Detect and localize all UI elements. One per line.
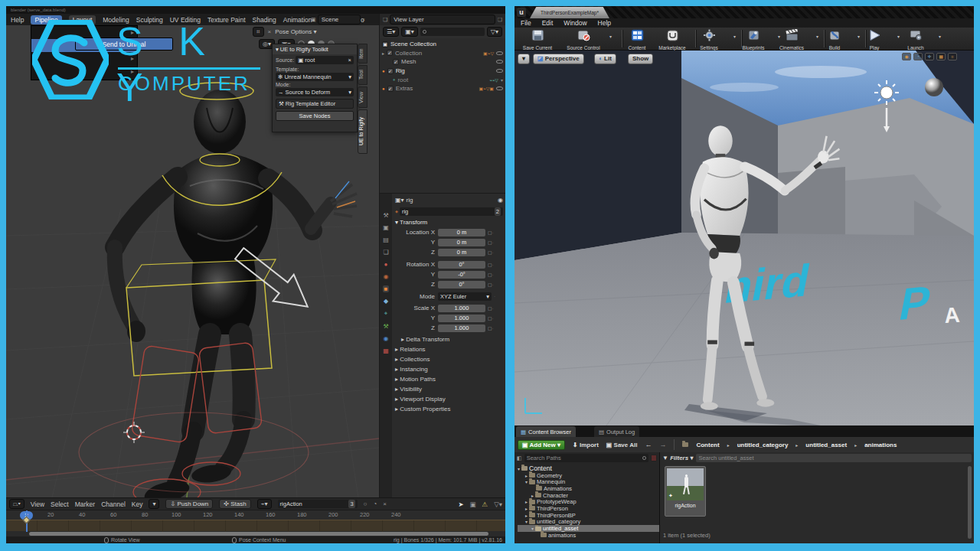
rotation-x-field[interactable]: 0° (438, 261, 485, 269)
rotation-mode-dropdown[interactable]: XYZ Euler▾ (438, 292, 492, 301)
section-collections[interactable]: ▸ Collections (395, 356, 505, 366)
cursor-tool-icon[interactable]: ➤ (458, 500, 463, 508)
location-z-field[interactable]: 0 m (438, 249, 485, 256)
section-visibility[interactable]: ▸ Visibility (395, 386, 505, 396)
tool-tab-icon[interactable]: ⚒ (383, 212, 388, 219)
checkbox-icon[interactable]: ✓ (393, 59, 399, 65)
proportional-edit-icon[interactable]: ▣ (470, 500, 476, 508)
source-control-button[interactable]: Source Control (562, 29, 605, 51)
checkbox-icon[interactable]: ✓ (387, 50, 393, 56)
clear-source-icon[interactable]: × (348, 56, 351, 64)
asset-card-rigaction[interactable]: ✦ rigAction (665, 466, 706, 517)
tree-untitled-category[interactable]: ▾untitled_category (518, 519, 659, 526)
shield-icon[interactable]: ○ (364, 500, 368, 507)
physics-tab-icon[interactable]: ◉ (384, 335, 389, 342)
settings-button[interactable]: Settings (688, 29, 730, 51)
asset-search-input[interactable]: Search untitled_asset (696, 454, 972, 462)
save-all-button[interactable]: ▣ Save All (606, 442, 638, 448)
checkbox-icon[interactable]: ✓ (387, 86, 394, 92)
mode-dropdown-icon[interactable]: ▾ (149, 499, 159, 509)
launch-button[interactable]: Launch (894, 29, 937, 51)
pin-icon[interactable]: ◉ (498, 197, 503, 204)
crumb-animations[interactable]: animations (864, 442, 897, 448)
play-button[interactable]: Play (853, 29, 896, 51)
tree-character[interactable]: ▸Character (518, 492, 659, 499)
scene-close-icon[interactable]: × (362, 17, 365, 22)
action-browse-icon[interactable]: ⌁▾ (257, 499, 272, 509)
tree-animations[interactable]: Animations (518, 485, 659, 492)
section-relations[interactable]: ▸ Relations (395, 346, 505, 356)
template-dropdown[interactable]: ✻ Unreal Mannequin▾ (276, 73, 354, 81)
tree-geometry[interactable]: ▸Geometry (518, 472, 659, 479)
section-motion-paths[interactable]: ▸ Motion Paths (395, 376, 505, 386)
filter-funnel-icon[interactable]: ▽▾ (494, 500, 502, 508)
section-delta-transform[interactable]: ▸ Delta Transform (401, 336, 505, 346)
transform-section-header[interactable]: ▾ Transform (392, 217, 505, 227)
location-y-field[interactable]: 0 m (438, 239, 485, 246)
modifier-tab-icon[interactable]: ◆ (384, 298, 388, 305)
lit-button[interactable]: ◐ Lit (594, 54, 616, 64)
workspace-tab-animation[interactable]: Animation (283, 16, 312, 24)
camera-speed-icon[interactable]: ◔ (913, 53, 923, 60)
menu-edit[interactable]: Edit (542, 19, 554, 27)
screenshot-icon[interactable]: ⌗ (948, 53, 957, 60)
search-paths-input[interactable]: Search Paths (524, 454, 648, 462)
save-current-button[interactable]: Save Current (516, 29, 559, 51)
timeline-scrollbar[interactable] (29, 532, 488, 536)
rig-row[interactable]: ●✓Rig (382, 67, 503, 76)
editor-type-icon[interactable]: ⏢▾ (9, 499, 24, 509)
build-button[interactable]: Build (813, 29, 856, 51)
mode-dropdown[interactable]: → Source to Deform▾ (276, 88, 354, 96)
level-tab[interactable]: ThirdPersonExampleMap* (530, 7, 609, 18)
object-name-field[interactable]: rig2 (400, 207, 503, 216)
display-mode-dropdown[interactable]: ☰▾ (383, 27, 399, 37)
perspective-button[interactable]: ◪ Perspective (533, 54, 584, 64)
view-mode-icon[interactable]: ✛ (925, 53, 934, 60)
back-button[interactable]: ← (645, 441, 652, 448)
constraint-tab-icon[interactable]: ⚒ (383, 323, 388, 330)
scale-x-field[interactable]: 1.000 (438, 305, 485, 312)
collection-row[interactable]: ▸✓Collection▣⌁▽ (382, 49, 503, 58)
blueprints-button[interactable]: Blueprints (732, 29, 775, 51)
filter-dropdown[interactable]: ▽▾ (487, 27, 502, 37)
forward-button[interactable]: → (659, 441, 666, 448)
location-x-field[interactable]: 0 m (438, 229, 485, 236)
crumb-content[interactable]: Content (696, 442, 719, 448)
source-field[interactable]: ▣ root× (296, 56, 354, 64)
output-tab-icon[interactable]: ▤ (383, 236, 389, 243)
section-viewport-display[interactable]: ▸ Viewport Display (395, 396, 505, 406)
cinematics-button[interactable]: Cinematics (770, 29, 813, 51)
lock-icon[interactable]: ▢ (485, 230, 492, 235)
scale-z-field[interactable]: 1.000 (438, 324, 485, 332)
eye-icon[interactable] (496, 51, 503, 55)
lock-icon[interactable]: ▢ (485, 325, 492, 331)
filters-dropdown[interactable]: ▼ Filters ▾ (662, 455, 693, 461)
tab-view[interactable]: View (358, 86, 368, 108)
show-button[interactable]: Show (628, 54, 653, 64)
ue-viewport[interactable]: hird P A (514, 51, 974, 425)
action-name-field[interactable]: rigAction3 (278, 500, 358, 508)
eye-icon[interactable] (496, 86, 503, 90)
checkbox-icon[interactable]: ✓ (387, 68, 394, 74)
dope-menu-select[interactable]: Select (51, 500, 69, 508)
data-tab-icon[interactable]: ⌖ (384, 310, 388, 318)
asset-scrollbar[interactable] (968, 466, 972, 539)
timeline-ruler[interactable]: 2 20 40 60 80 100 120 140 160 180 200 22… (6, 510, 505, 520)
add-new-button[interactable]: ▣ Add New ▾ (518, 440, 565, 450)
output-log-tab[interactable]: ▤Output Log (594, 426, 639, 437)
tree-animations-sub[interactable]: animations (518, 532, 659, 539)
world-tab-icon[interactable]: ◉ (384, 273, 389, 280)
push-down-button[interactable]: ⇩ Push Down (165, 499, 213, 509)
blender-mannequin[interactable] (115, 90, 357, 497)
render-tab-icon[interactable]: ▣ (383, 224, 389, 231)
scene-name[interactable]: Scene (318, 15, 361, 24)
section-custom-properties[interactable]: ▸ Custom Properties (395, 406, 505, 416)
pose-options-dropdown[interactable]: Pose Options ▾ (275, 28, 316, 35)
object-tab-icon-active[interactable]: ■ (383, 285, 390, 292)
action-users-badge[interactable]: 3 (348, 500, 354, 508)
menu-window[interactable]: Window (564, 19, 586, 27)
rotation-z-field[interactable]: 0° (438, 281, 485, 289)
viewlayer-tab-icon[interactable]: ❏ (383, 249, 388, 256)
root-bone-row[interactable]: ⌖root⌁⌁▽▾ (382, 75, 503, 84)
lock-icon[interactable]: ▢ (485, 315, 492, 321)
